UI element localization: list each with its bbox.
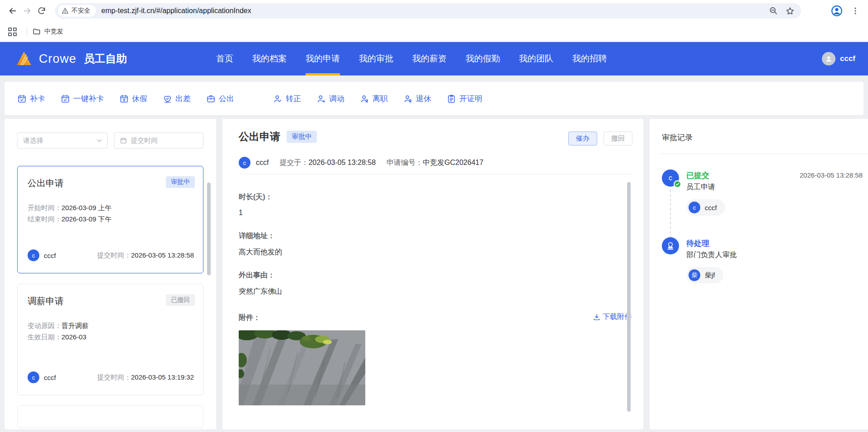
quick-action-retirement[interactable]: 退休 [403,94,431,104]
step-status: 待处理 [686,238,709,249]
step-desc: 部门负责人审批 [686,250,737,260]
zoom-indicator-icon[interactable] [769,6,778,15]
avatar: c [689,202,700,213]
nav-item-home[interactable]: 首页 [216,42,233,75]
user-menu[interactable]: cccf [822,42,855,75]
quick-action-certificate[interactable]: 开证明 [447,94,482,104]
download-attachment-link[interactable]: 下载附件 [593,312,632,322]
field-label: 开始时间： [28,204,61,211]
screen: 不安全 emp-test.zjf-it.cn/#/application/app… [0,0,868,432]
nav-item-my-recruiting[interactable]: 我的招聘 [572,42,607,75]
chevron-down-icon [96,137,103,144]
download-icon [593,313,601,321]
quick-action-regularization[interactable]: 转正 [273,94,301,104]
application-card-selected[interactable]: 公出申请 审批中 开始时间：2026-03-09 上午 结束时间：2026-03… [17,166,203,273]
urge-button[interactable]: 催办 [568,131,597,146]
step-status: 已提交 [686,170,709,181]
participant-name: cccf [705,204,717,211]
bookmark-star-icon[interactable] [785,6,795,16]
divider [660,154,868,154]
user-leave-icon [360,94,369,103]
back-icon[interactable] [5,4,20,18]
quick-action-toolbar: 补卡 一键补卡 休假 出差 公出 转正 调动 离职 [5,82,863,115]
quick-action-one-click-card[interactable]: 一键补卡 [61,94,104,104]
submit-time-value: 2026-03-05 13:19:32 [131,373,194,381]
application-card-partial[interactable] [17,405,203,428]
user-name: cccf [840,54,855,63]
detail-title: 公出申请 [239,130,280,144]
brand-name: Crowe [39,52,76,66]
attachment-image-cliff[interactable] [239,330,365,405]
quick-action-resignation[interactable]: 离职 [360,94,388,104]
quick-action-card-replacement[interactable]: 补卡 [17,94,45,104]
detail-scrollbar[interactable] [627,182,631,412]
quick-action-label: 一键补卡 [73,94,104,104]
field-label: 结束时间： [28,215,61,223]
bookmark-folder[interactable]: 中竞发 [33,28,63,36]
nav-item-my-profile[interactable]: 我的档案 [252,42,287,75]
quick-action-label: 补卡 [30,94,45,104]
url-text[interactable]: emp-test.zjf-it.cn/#/application/applica… [101,7,769,15]
submit-time-label: 提交时间： [97,373,131,381]
step-avatar: c [662,169,679,187]
submit-time-value: 2026-03-05 13:28:58 [131,251,194,259]
forward-icon[interactable] [20,4,34,18]
divider [27,27,27,36]
nav-item-my-salary[interactable]: 我的薪资 [412,42,447,75]
apps-grid-icon[interactable] [8,28,17,36]
type-filter-select[interactable]: 请选择 [17,132,108,149]
calendar-check-icon [17,94,27,103]
step-desc: 员工申请 [686,183,715,192]
submit-time-placeholder: 提交时间 [131,136,158,145]
approval-record-panel: 审批记录 c 已提交 2026-03-05 13:28:58 员工申请 c cc… [650,119,868,429]
submitted-label: 提交于： [279,159,308,166]
nav-item-my-approvals[interactable]: 我的审批 [359,42,393,75]
security-chip[interactable]: 不安全 [58,5,96,17]
calendar-icon [120,137,127,144]
submit-time-filter[interactable]: 提交时间 [114,132,203,149]
status-badge: 已撤回 [166,294,195,306]
user-avatar-icon [822,52,835,66]
quick-action-label: 出差 [175,94,191,104]
list-scrollbar[interactable] [207,183,211,275]
quick-action-label: 开证明 [459,94,482,104]
address-value: 高大而他发的 [239,248,282,257]
menu-dots-icon[interactable] [851,6,860,15]
quick-action-official-out[interactable]: 公出 [206,94,234,104]
field-value: 2026-03 [61,333,86,341]
quick-action-transfer[interactable]: 调动 [316,94,344,104]
calendar-rest-icon [119,94,129,103]
duration-label: 时长(天)： [239,193,273,202]
security-label: 不安全 [71,7,90,15]
profile-icon[interactable] [831,5,843,17]
application-card[interactable]: 调薪申请 已撤回 变动原因：晋升调薪 生效日期：2026-03 c cccf 提… [17,284,203,395]
nav-item-my-applications[interactable]: 我的申请 [306,42,340,75]
applicant-name: cccf [44,374,56,381]
type-filter-placeholder: 请选择 [23,136,43,145]
status-badge: 审批中 [166,176,195,188]
withdraw-button[interactable]: 撤回 [604,131,632,146]
field-label: 变动原因： [28,322,61,329]
quick-action-business-trip[interactable]: 出差 [163,94,191,104]
briefcase-icon [206,94,216,103]
reload-icon[interactable] [34,4,49,18]
address-label: 详细地址： [239,231,275,241]
bookmarks-bar: 中竞发 [0,22,868,42]
nav-item-my-team[interactable]: 我的团队 [519,42,553,75]
nav-item-my-attendance[interactable]: 我的假勤 [466,42,500,75]
field-value: 2026-03-09 上午 [61,204,112,211]
url-bar[interactable]: 不安全 emp-test.zjf-it.cn/#/application/app… [55,3,801,19]
approval-record-title: 审批记录 [662,132,693,143]
avatar-initial: c [669,174,672,182]
field-value: 晋升调薪 [61,322,89,329]
detail-user: cccf [256,159,269,167]
browser-chrome: 不安全 emp-test.zjf-it.cn/#/application/app… [0,0,868,22]
duration-value: 1 [239,209,243,217]
brand: Crowe 员工自助 [14,42,127,75]
quick-action-leave[interactable]: 休假 [119,94,147,104]
timeline-connector [670,189,671,238]
detail-status-badge: 审批中 [287,131,317,143]
avatar: c [28,249,39,261]
submitted-time: 2026-03-05 13:28:58 [308,159,376,166]
reason-label: 外出事由： [239,271,275,280]
